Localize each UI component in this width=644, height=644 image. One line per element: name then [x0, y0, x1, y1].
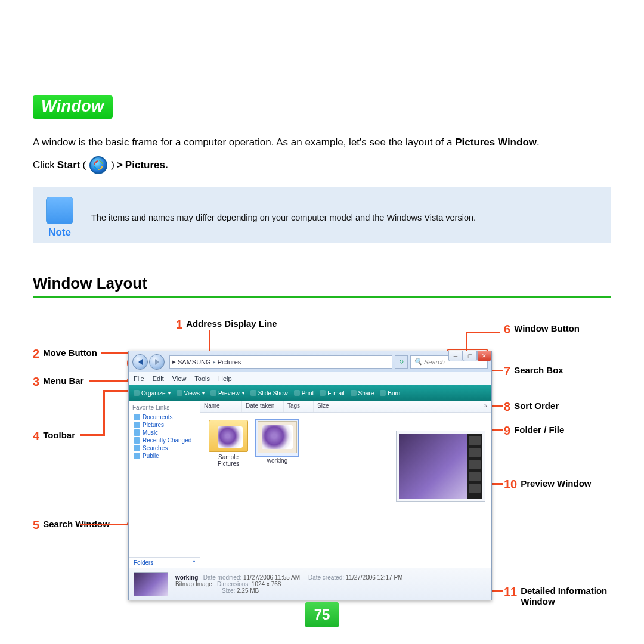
maximize-button[interactable]: ▢: [463, 351, 477, 361]
note-label: Note: [46, 227, 73, 239]
menu-tools[interactable]: Tools: [194, 375, 210, 382]
tb-burn[interactable]: Burn: [380, 390, 400, 397]
menu-file[interactable]: File: [134, 375, 144, 382]
menu-view[interactable]: View: [172, 375, 187, 382]
file-working[interactable]: working: [256, 420, 298, 467]
pictures-window: ▸ SAMSUNG▸ Pictures ↻ 🔍Search ─ ▢ ✕ File…: [128, 351, 492, 600]
tb-organize[interactable]: Organize: [134, 390, 171, 397]
tb-slideshow[interactable]: Slide Show: [250, 390, 288, 397]
details-thumbnail: [134, 572, 168, 596]
callout-8: 8Sort Order: [504, 401, 559, 413]
sidebar-header: Favorite Links: [132, 404, 196, 411]
section-title: Window Layout: [33, 274, 611, 298]
favorites-sidebar: Favorite Links Documents Pictures Music …: [129, 401, 200, 557]
page-number: 75: [305, 602, 339, 627]
click-instruction: Click Start ( ) > Pictures.: [33, 156, 611, 174]
menu-edit[interactable]: Edit: [153, 375, 164, 382]
intro-pre: A window is the basic frame for a comput…: [33, 137, 455, 148]
intro-bold: Pictures Window: [455, 137, 537, 148]
callout-2: 2Move Button: [33, 348, 97, 360]
tb-share[interactable]: Share: [351, 390, 374, 397]
note-icon: [46, 197, 73, 224]
folders-toggle[interactable]: Folders˄: [129, 557, 200, 568]
address-bar[interactable]: ▸ SAMSUNG▸ Pictures: [169, 355, 392, 369]
command-toolbar: Organize Views Preview Slide Show Print …: [129, 385, 491, 401]
sidebar-documents[interactable]: Documents: [132, 413, 196, 421]
callout-3: 3Menu Bar: [33, 376, 83, 388]
tb-views[interactable]: Views: [177, 390, 205, 397]
sidebar-pictures[interactable]: Pictures: [132, 421, 196, 429]
callout-10: 10Preview Window: [504, 478, 591, 490]
callout-1: 1Address Display Line: [176, 318, 277, 330]
callout-11: 11Detailed Information Window: [504, 586, 611, 607]
callout-6: 6Window Button: [504, 323, 580, 335]
folder-sample-pictures[interactable]: Sample Pictures: [208, 420, 249, 467]
sidebar-public[interactable]: Public: [132, 452, 196, 460]
minimize-button[interactable]: ─: [448, 351, 463, 361]
intro-post: .: [537, 137, 540, 148]
callout-4: 4Toolbar: [33, 430, 75, 442]
sidebar-recent[interactable]: Recently Changed: [132, 436, 196, 444]
back-button[interactable]: [132, 354, 148, 370]
menu-bar: File Edit View Tools Help: [129, 372, 491, 385]
menu-help[interactable]: Help: [218, 375, 232, 382]
callout-9: 9Folder / File: [504, 425, 564, 436]
section-badge: Window: [33, 95, 113, 119]
preview-pane: [396, 431, 485, 502]
forward-button[interactable]: [149, 354, 165, 370]
tb-email[interactable]: E-mail: [320, 390, 344, 397]
refresh-button[interactable]: ↻: [395, 355, 408, 369]
content-area[interactable]: Name Date taken Tags Size » Sample Pictu…: [200, 401, 491, 568]
callout-7: 7Search Box: [504, 365, 564, 377]
sidebar-music[interactable]: Music: [132, 429, 196, 436]
note-text: The items and names may differ depending…: [91, 213, 476, 222]
sidebar-searches[interactable]: Searches: [132, 444, 196, 452]
close-button[interactable]: ✕: [477, 351, 491, 361]
intro-text: A window is the basic frame for a comput…: [33, 134, 611, 150]
tb-preview[interactable]: Preview: [210, 390, 244, 397]
details-pane: working Date modified: 11/27/2006 11:55 …: [129, 568, 491, 600]
column-headers[interactable]: Name Date taken Tags Size »: [200, 401, 491, 413]
note-box: Note The items and names may differ depe…: [33, 187, 611, 243]
tb-print[interactable]: Print: [294, 390, 314, 397]
start-orb-icon: [89, 156, 107, 174]
diagram: 1Address Display Line 2Move Button 3Menu…: [33, 315, 611, 637]
titlebar[interactable]: ▸ SAMSUNG▸ Pictures ↻ 🔍Search ─ ▢ ✕: [129, 351, 491, 372]
